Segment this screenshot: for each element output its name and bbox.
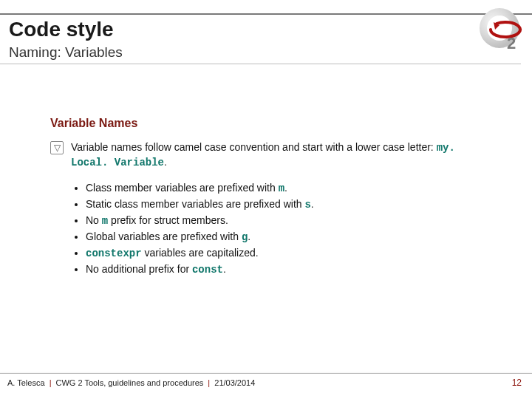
lead-row: ▽ Variable names follow camel case conve… [50, 140, 464, 170]
item-code: const [192, 264, 223, 276]
list-item: Global variables are prefixed with g. [86, 229, 464, 245]
slide: Code style Naming: Variables 2 Variable … [0, 0, 532, 399]
top-rule [0, 13, 532, 15]
page-subtitle: Naming: Variables [9, 44, 123, 61]
footer-date: 21/03/2014 [214, 378, 255, 387]
content-area: Variable Names ▽ Variable names follow c… [50, 117, 464, 278]
list-item: constexpr variables are capitalized. [86, 245, 464, 262]
svg-text:2: 2 [507, 34, 516, 52]
footer-author: A. Telesca [7, 378, 45, 387]
item-post: variables are capitalized. [142, 247, 259, 259]
subtitle-rule [0, 64, 521, 64]
collapse-toggle-icon[interactable]: ▽ [50, 141, 64, 154]
item-code: s [304, 199, 310, 211]
list-item: Class member variables are prefixed with… [86, 180, 464, 197]
page-number: 12 [512, 378, 522, 388]
item-post: prefix for struct members. [108, 214, 228, 226]
item-pre: Class member variables are prefixed with [86, 182, 279, 194]
item-pre: No [86, 214, 102, 226]
item-pre: Static class member variables are prefix… [86, 198, 304, 210]
item-pre: No additional prefix for [86, 263, 192, 275]
logo-o2: 2 [476, 7, 523, 55]
footer-session: CWG 2 Tools, guidelines and procedures [56, 378, 204, 387]
item-code: m [279, 183, 284, 194]
lead-text: Variable names follow camel case convent… [71, 140, 464, 170]
bullet-list: Class member variables are prefixed with… [50, 180, 464, 278]
footer-sep-icon: | [47, 378, 54, 387]
item-code: m [102, 215, 108, 227]
footer: A. Telesca | CWG 2 Tools, guidelines and… [0, 374, 532, 392]
item-post: . [248, 231, 250, 242]
item-code: constexpr [86, 248, 142, 259]
list-item: Static class member variables are prefix… [86, 197, 464, 213]
list-item: No additional prefix for const. [86, 262, 464, 278]
item-post: . [311, 198, 314, 210]
section-heading: Variable Names [50, 117, 464, 130]
footer-left: A. Telesca | CWG 2 Tools, guidelines and… [7, 378, 255, 387]
item-pre: Global variables are prefixed with [86, 231, 242, 242]
footer-sep-icon: | [205, 378, 212, 387]
lead-pre: Variable names follow camel case convent… [71, 141, 437, 153]
page-title: Code style [9, 18, 114, 41]
lead-post: . [164, 156, 167, 168]
item-post: . [223, 263, 226, 275]
item-post: . [284, 182, 287, 194]
list-item: No m prefix for struct members. [86, 213, 464, 229]
